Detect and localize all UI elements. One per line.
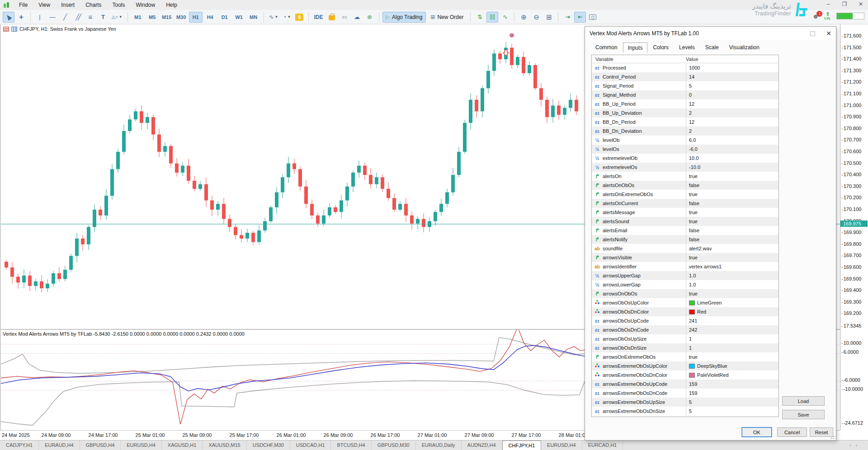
input-row-BB_Dn_Deviation[interactable]: 01BB_Dn_Deviation2 (592, 127, 778, 136)
dialog-close-icon[interactable]: ✕ (826, 30, 831, 37)
symbol-tab-usdchf-m30[interactable]: USDCHF,M30 (247, 441, 290, 450)
symbol-tab-btcusd-h4[interactable]: BTCUSD,H4 (331, 441, 371, 450)
input-row-arrowsLowerGap[interactable]: ½arrowsLowerGap1.0 (592, 280, 778, 289)
variable-value[interactable]: true (686, 172, 778, 181)
input-row-levelOb[interactable]: ½levelOb6.0 (592, 136, 778, 145)
variable-value[interactable]: 1.0 (686, 271, 778, 280)
input-row-alertsOn[interactable]: ↱alertsOntrue (592, 172, 778, 181)
symbol-tab-chfjpy-h1[interactable]: CHFJPY,H1 (502, 441, 541, 450)
dialog-tab-colors[interactable]: Colors (648, 42, 674, 52)
tile-windows-button[interactable]: ⊞ (543, 12, 555, 23)
variable-value[interactable]: alert2.wav (686, 244, 778, 253)
input-row-extremelevelOs[interactable]: ½extremelevelOs-10.0 (592, 163, 778, 172)
timeframe-m5[interactable]: M5 (146, 12, 159, 23)
timeframe-mn[interactable]: MN (247, 12, 260, 23)
chart-type-button[interactable]: ∿▼ (267, 12, 280, 23)
timeframe-m1[interactable]: M1 (131, 12, 145, 23)
variable-value[interactable]: 5 (686, 398, 778, 407)
timeframe-m30[interactable]: M30 (175, 12, 188, 23)
menu-help[interactable]: Help (160, 0, 183, 9)
input-row-arrowsExtremeObOsDnCode[interactable]: 01arrowsExtremeObOsDnCode159 (592, 389, 778, 398)
dialog-maximize-icon[interactable] (810, 31, 815, 36)
variable-value[interactable]: 1 (686, 343, 778, 352)
symbol-tab-usdcad-h1[interactable]: USDCAD,H1 (290, 441, 331, 450)
variable-value[interactable]: 159 (686, 380, 778, 389)
symbol-tab-audnzd-h4[interactable]: AUDNZD,H4 (462, 441, 502, 450)
input-row-alertsOnCurrent[interactable]: ↱alertsOnCurrentfalse (592, 199, 778, 208)
input-row-Signal_Method[interactable]: 01Signal_Method0 (592, 90, 778, 99)
timeframe-h1[interactable]: H1 (189, 12, 203, 23)
tick-chart-button[interactable]: ⇅ (474, 12, 486, 23)
input-row-arrowsObOsUpCode[interactable]: 01arrowsObOsUpCode241 (592, 316, 778, 325)
new-order-button[interactable]: ⊞New Order (427, 12, 467, 23)
candlestick-chart-button[interactable] (486, 12, 498, 23)
variable-value[interactable]: 10.0 (686, 154, 778, 163)
symbol-tab-euraud-h4[interactable]: EURAUD,H4 (39, 441, 80, 450)
input-row-arrowsExtremeObOsUpColor[interactable]: arrowsExtremeObOsUpColorDeepSkyBlue (592, 361, 778, 370)
market-button[interactable] (326, 12, 338, 23)
input-row-Signal_Period[interactable]: 01Signal_Period5 (592, 81, 778, 90)
variable-value[interactable]: true (686, 289, 778, 298)
variable-value[interactable]: -6.0 (686, 145, 778, 154)
input-row-arrowsObOsDnCode[interactable]: 01arrowsObOsDnCode242 (592, 325, 778, 334)
community-button[interactable]: ⊕ (364, 12, 376, 23)
dock-right-button[interactable]: ⇥ (561, 12, 573, 23)
screenshot-button[interactable] (587, 12, 599, 23)
input-row-arrowsObOsDnSize[interactable]: 01arrowsObOsDnSize1 (592, 343, 778, 352)
channel-tool-button[interactable]: ╱╱ (72, 12, 84, 23)
input-row-levelOs[interactable]: ½levelOs-6.0 (592, 145, 778, 154)
variable-value[interactable]: LimeGreen (686, 298, 778, 307)
input-row-soundfile[interactable]: absoundfilealert2.wav (592, 244, 778, 253)
variable-value[interactable]: Red (686, 307, 778, 316)
variable-value[interactable]: 14 (686, 72, 778, 81)
symbol-tab-xagusd-h1[interactable]: XAGUSD,H1 (162, 441, 203, 450)
deposit-button[interactable]: $ (293, 12, 305, 23)
minimize-button[interactable]: – (824, 1, 833, 7)
dialog-tab-scale[interactable]: Scale (700, 42, 724, 52)
shapes-tool-button[interactable]: △○▼ (110, 12, 124, 23)
variable-value[interactable]: -10.0 (686, 163, 778, 172)
crosshair-tool-button[interactable]: + (15, 12, 27, 23)
input-row-Processed[interactable]: 01Processed1000 (592, 63, 778, 72)
variable-value[interactable]: 12 (686, 99, 778, 108)
variable-value[interactable]: true (686, 253, 778, 262)
input-row-BB_Up_Period[interactable]: 01BB_Up_Period12 (592, 99, 778, 108)
ide-button[interactable]: IDE (312, 12, 325, 23)
input-row-arrowsVisible[interactable]: ↱arrowsVisibletrue (592, 253, 778, 262)
close-button[interactable]: ✕ (856, 1, 865, 7)
variable-value[interactable]: 1 (686, 334, 778, 343)
dialog-tab-visualization[interactable]: Visualization (724, 42, 764, 52)
cancel-button[interactable]: Cancel (777, 427, 807, 437)
variable-value[interactable]: 2 (686, 127, 778, 136)
dialog-tab-levels[interactable]: Levels (674, 42, 700, 52)
input-row-arrowsExtremeObOsDnSize[interactable]: 01arrowsExtremeObOsDnSize5 (592, 407, 778, 416)
input-row-arrowsOnObOs[interactable]: ↱arrowsOnObOstrue (592, 289, 778, 298)
algo-trading-button[interactable]: ▷Algo Trading (382, 12, 426, 23)
timeframe-w1[interactable]: W1 (232, 12, 246, 23)
horizontal-line-tool-button[interactable]: — (47, 12, 58, 23)
menu-insert[interactable]: Insert (56, 0, 80, 9)
variable-value[interactable]: false (686, 235, 778, 244)
variable-value[interactable]: 0 (686, 90, 778, 99)
input-row-arrowsObOsUpColor[interactable]: arrowsObOsUpColorLimeGreen (592, 298, 778, 307)
input-row-alertsMessage[interactable]: ↱alertsMessagetrue (592, 208, 778, 217)
input-row-arrowsIdentifier[interactable]: abarrowsIdentifiervertex arrows1 (592, 262, 778, 271)
input-row-arrowsUpperGap[interactable]: ½arrowsUpperGap1.0 (592, 271, 778, 280)
tab-scroll-arrows[interactable]: ‹› (849, 443, 862, 448)
variable-value[interactable]: 12 (686, 117, 778, 127)
symbol-tab-eurusd-h4[interactable]: EURUSD,H4 (541, 441, 582, 450)
signals-button[interactable]: ((o)) (339, 12, 350, 23)
variable-value[interactable]: 242 (686, 325, 778, 334)
input-row-arrowsObOsDnColor[interactable]: arrowsObOsDnColorRed (592, 307, 778, 316)
input-row-arrowsExtremeObOsUpCode[interactable]: 01arrowsExtremeObOsUpCode159 (592, 380, 778, 389)
dialog-tab-common[interactable]: Common (590, 42, 623, 52)
user-account-icon[interactable]: ☻1 (812, 13, 819, 20)
variable-value[interactable]: 5 (686, 407, 778, 416)
variable-value[interactable]: 2 (686, 108, 778, 117)
input-row-arrowsOnExtremeObOs[interactable]: ↱arrowsOnExtremeObOstrue (592, 352, 778, 361)
variable-value[interactable]: DeepSkyBlue (686, 361, 778, 370)
menu-file[interactable]: File (14, 0, 33, 9)
input-row-arrowsExtremeObOsUpSize[interactable]: 01arrowsExtremeObOsUpSize5 (592, 398, 778, 407)
variable-value[interactable]: 5 (686, 81, 778, 90)
menu-view[interactable]: View (33, 0, 56, 9)
